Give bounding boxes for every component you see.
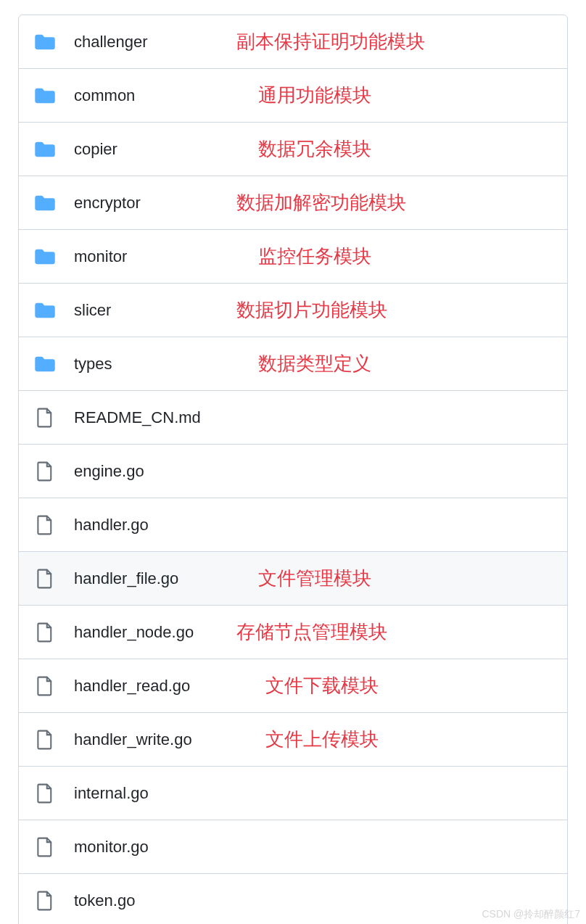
file-icon <box>33 513 57 537</box>
file-name[interactable]: token.go <box>74 891 135 910</box>
folder-icon <box>33 30 57 54</box>
file-name[interactable]: monitor.go <box>74 838 149 857</box>
file-row-copier[interactable]: copier数据冗余模块 <box>19 123 567 176</box>
file-name[interactable]: README_CN.md <box>74 408 201 427</box>
file-row-engine-go[interactable]: engine.go <box>19 445 567 498</box>
annotation-label: 文件上传模块 <box>265 727 379 752</box>
file-list: challenger副本保持证明功能模块common通用功能模块copier数据… <box>18 15 568 924</box>
file-name[interactable]: handler_write.go <box>74 730 192 749</box>
file-icon <box>33 889 57 912</box>
file-icon <box>33 460 57 483</box>
file-row-handler-node-go[interactable]: handler_node.go存储节点管理模块 <box>19 606 567 659</box>
file-name[interactable]: handler_file.go <box>74 569 178 588</box>
file-row-handler-file-go[interactable]: handler_file.go文件管理模块 <box>19 552 567 606</box>
file-row-README-CN-md[interactable]: README_CN.md <box>19 391 567 445</box>
annotation-label: 存储节点管理模块 <box>236 619 387 645</box>
file-icon <box>33 621 57 644</box>
file-icon <box>33 728 57 751</box>
file-icon <box>33 567 57 590</box>
file-row-handler-write-go[interactable]: handler_write.go文件上传模块 <box>19 713 567 767</box>
file-name[interactable]: slicer <box>74 301 111 320</box>
file-name[interactable]: engine.go <box>74 462 144 481</box>
file-name[interactable]: internal.go <box>74 784 149 803</box>
annotation-label: 副本保持证明功能模块 <box>236 29 425 54</box>
file-row-encryptor[interactable]: encryptor数据加解密功能模块 <box>19 176 567 230</box>
folder-icon <box>33 84 57 107</box>
file-name[interactable]: common <box>74 86 135 105</box>
file-icon <box>33 836 57 859</box>
folder-icon <box>33 299 57 322</box>
annotation-label: 文件下载模块 <box>265 673 379 698</box>
file-row-handler-read-go[interactable]: handler_read.go文件下载模块 <box>19 659 567 713</box>
folder-icon <box>33 138 57 161</box>
file-name[interactable]: handler.go <box>74 516 149 535</box>
file-row-challenger[interactable]: challenger副本保持证明功能模块 <box>19 15 567 69</box>
watermark: CSDN @拎却醉颜红7 <box>482 908 580 921</box>
annotation-label: 数据加解密功能模块 <box>236 190 406 215</box>
file-row-monitor-go[interactable]: monitor.go <box>19 820 567 874</box>
file-name[interactable]: encryptor <box>74 194 141 213</box>
file-name[interactable]: handler_read.go <box>74 677 190 696</box>
file-row-slicer[interactable]: slicer数据切片功能模块 <box>19 284 567 337</box>
file-name[interactable]: copier <box>74 140 117 159</box>
annotation-label: 数据切片功能模块 <box>236 297 387 323</box>
file-row-internal-go[interactable]: internal.go <box>19 767 567 820</box>
folder-icon <box>33 191 57 215</box>
file-name[interactable]: types <box>74 355 112 374</box>
file-row-types[interactable]: types数据类型定义 <box>19 337 567 391</box>
folder-icon <box>33 245 57 268</box>
annotation-label: 文件管理模块 <box>258 566 371 591</box>
annotation-label: 监控任务模块 <box>258 244 371 269</box>
file-row-monitor[interactable]: monitor监控任务模块 <box>19 230 567 284</box>
file-row-handler-go[interactable]: handler.go <box>19 498 567 552</box>
folder-icon <box>33 352 57 376</box>
file-icon <box>33 675 57 698</box>
file-name[interactable]: challenger <box>74 33 148 51</box>
annotation-label: 通用功能模块 <box>258 83 371 108</box>
file-icon <box>33 782 57 805</box>
file-row-common[interactable]: common通用功能模块 <box>19 69 567 123</box>
annotation-label: 数据冗余模块 <box>258 136 371 162</box>
file-name[interactable]: handler_node.go <box>74 623 194 642</box>
file-icon <box>33 406 57 429</box>
annotation-label: 数据类型定义 <box>258 351 371 376</box>
file-name[interactable]: monitor <box>74 247 127 266</box>
